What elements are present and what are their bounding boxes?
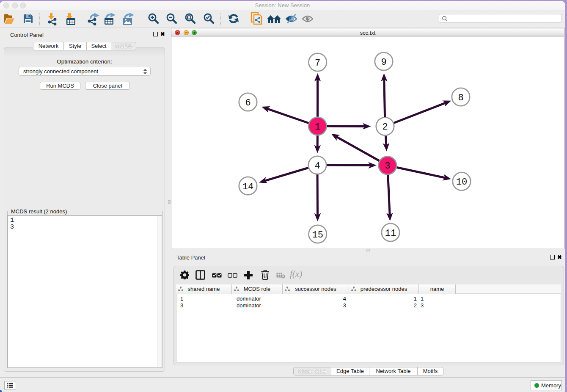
svg-text:6: 6 — [245, 98, 250, 108]
svg-text:3: 3 — [385, 161, 390, 171]
svg-text:11: 11 — [385, 228, 396, 239]
svg-text:1: 1 — [315, 122, 320, 133]
svg-text:9: 9 — [381, 57, 386, 68]
svg-text:7: 7 — [315, 58, 320, 69]
svg-text:2: 2 — [382, 122, 388, 133]
svg-text:8: 8 — [458, 93, 463, 103]
svg-text:15: 15 — [312, 230, 323, 240]
svg-text:14: 14 — [242, 182, 253, 192]
svg-text:4: 4 — [314, 161, 320, 171]
svg-text:10: 10 — [456, 177, 467, 188]
